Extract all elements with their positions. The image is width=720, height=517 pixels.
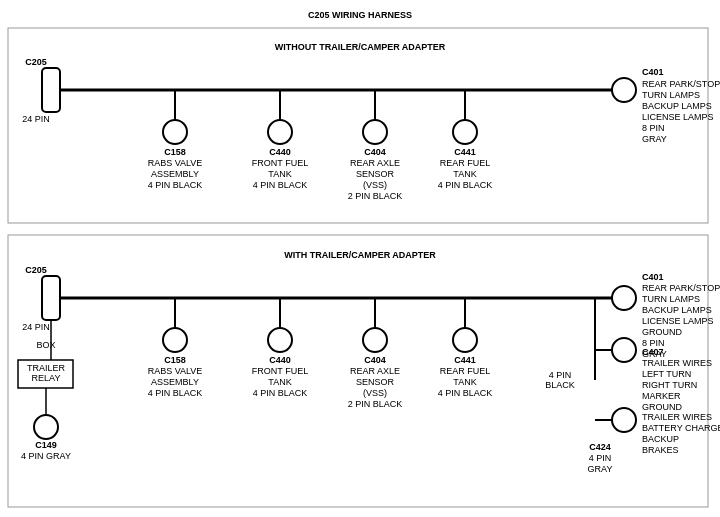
- s1-c401-label3: BACKUP LAMPS: [642, 101, 712, 111]
- svg-point-19: [612, 286, 636, 310]
- s2-c401-label4: LICENSE LAMPS: [642, 316, 714, 326]
- s2-c407-color: BLACK: [545, 380, 575, 390]
- svg-point-30: [363, 328, 387, 352]
- svg-point-5: [163, 120, 187, 144]
- s1-c440-label3: 4 PIN BLACK: [253, 180, 308, 190]
- s1-c401-label2: TURN LAMPS: [642, 90, 700, 100]
- svg-point-28: [268, 328, 292, 352]
- s1-c441-label2: TANK: [453, 169, 476, 179]
- s2-c404-id: C404: [364, 355, 386, 365]
- s2-c407-label5: GROUND: [642, 402, 682, 412]
- s2-c149-id: C149: [35, 440, 57, 450]
- s1-c205-id: C205: [25, 57, 47, 67]
- svg-point-11: [453, 120, 477, 144]
- s1-c401-id: C401: [642, 67, 664, 77]
- s1-c440-id: C440: [269, 147, 291, 157]
- s2-c401-label2: TURN LAMPS: [642, 294, 700, 304]
- s2-c205-id: C205: [25, 265, 47, 275]
- s1-c441-id: C441: [454, 147, 476, 157]
- s2-c404-label3: (VSS): [363, 388, 387, 398]
- s1-c404-id: C404: [364, 147, 386, 157]
- s2-c424-pins: 4 PIN: [589, 453, 612, 463]
- s1-c158-label1: RABS VALVE: [148, 158, 203, 168]
- s1-c404-label1: REAR AXLE: [350, 158, 400, 168]
- s1-c404-label4: 2 PIN BLACK: [348, 191, 403, 201]
- s2-c440-label1: FRONT FUEL: [252, 366, 308, 376]
- s1-c440-label1: FRONT FUEL: [252, 158, 308, 168]
- section1-label: WITHOUT TRAILER/CAMPER ADAPTER: [275, 42, 446, 52]
- svg-rect-2: [42, 68, 60, 112]
- s2-c424-id: C424: [589, 442, 611, 452]
- s1-c404-label3: (VSS): [363, 180, 387, 190]
- s1-c401-label4: LICENSE LAMPS: [642, 112, 714, 122]
- s2-relay-box-extra: BOX: [36, 340, 55, 350]
- svg-point-9: [363, 120, 387, 144]
- s2-c424-label4: BRAKES: [642, 445, 679, 455]
- s1-c404-label2: SENSOR: [356, 169, 395, 179]
- s1-c401-color: GRAY: [642, 134, 667, 144]
- svg-point-23: [612, 338, 636, 362]
- svg-point-18: [34, 415, 58, 439]
- s2-c158-id: C158: [164, 355, 186, 365]
- s1-c158-label3: 4 PIN BLACK: [148, 180, 203, 190]
- s2-c441-label2: TANK: [453, 377, 476, 387]
- s1-c441-label1: REAR FUEL: [440, 158, 491, 168]
- s2-c424-label1: TRAILER WIRES: [642, 412, 712, 422]
- svg-point-7: [268, 120, 292, 144]
- s2-c158-label3: 4 PIN BLACK: [148, 388, 203, 398]
- s2-c404-label2: SENSOR: [356, 377, 395, 387]
- s2-c149-label: 4 PIN GRAY: [21, 451, 71, 461]
- s2-c407-pins: 4 PIN: [549, 370, 572, 380]
- s1-c441-label3: 4 PIN BLACK: [438, 180, 493, 190]
- s2-c441-id: C441: [454, 355, 476, 365]
- svg-point-24: [612, 408, 636, 432]
- diagram-container: C205 WIRING HARNESS WITHOUT TRAILER/CAMP…: [0, 0, 720, 517]
- s2-c424-color: GRAY: [588, 464, 613, 474]
- svg-point-32: [453, 328, 477, 352]
- wiring-diagram-svg: C205 WIRING HARNESS WITHOUT TRAILER/CAMP…: [0, 0, 720, 517]
- s2-c441-label3: 4 PIN BLACK: [438, 388, 493, 398]
- s1-c401-label1: REAR PARK/STOP: [642, 79, 720, 89]
- s2-relay-box-label2: RELAY: [32, 373, 61, 383]
- s2-c440-id: C440: [269, 355, 291, 365]
- s2-c424-label2: BATTERY CHARGE: [642, 423, 720, 433]
- s2-c158-label2: ASSEMBLY: [151, 377, 199, 387]
- svg-point-26: [163, 328, 187, 352]
- s2-c401-id: C401: [642, 272, 664, 282]
- s1-c158-label2: ASSEMBLY: [151, 169, 199, 179]
- s2-c205-pins: 24 PIN: [22, 322, 50, 332]
- diagram-title: C205 WIRING HARNESS: [308, 10, 412, 20]
- s2-c158-label1: RABS VALVE: [148, 366, 203, 376]
- s2-c407-label2: LEFT TURN: [642, 369, 691, 379]
- svg-rect-14: [42, 276, 60, 320]
- s2-c407-label3: RIGHT TURN: [642, 380, 697, 390]
- s2-c404-label1: REAR AXLE: [350, 366, 400, 376]
- s1-c158-id: C158: [164, 147, 186, 157]
- s2-c401-label3: BACKUP LAMPS: [642, 305, 712, 315]
- s1-c440-label2: TANK: [268, 169, 291, 179]
- s2-c440-label3: 4 PIN BLACK: [253, 388, 308, 398]
- s2-c407-label4: MARKER: [642, 391, 681, 401]
- s1-c205-pins: 24 PIN: [22, 114, 50, 124]
- s2-relay-box-label1: TRAILER: [27, 363, 66, 373]
- s2-c401-label5: GROUND: [642, 327, 682, 337]
- s2-c404-label4: 2 PIN BLACK: [348, 399, 403, 409]
- s2-c424-label3: BACKUP: [642, 434, 679, 444]
- s2-c441-label1: REAR FUEL: [440, 366, 491, 376]
- s2-c407-id: C407: [642, 347, 664, 357]
- s2-c440-label2: TANK: [268, 377, 291, 387]
- s1-c401-pins: 8 PIN: [642, 123, 665, 133]
- s2-c407-label1: TRAILER WIRES: [642, 358, 712, 368]
- svg-point-3: [612, 78, 636, 102]
- section2-label: WITH TRAILER/CAMPER ADAPTER: [284, 250, 436, 260]
- s2-c401-label1: REAR PARK/STOP: [642, 283, 720, 293]
